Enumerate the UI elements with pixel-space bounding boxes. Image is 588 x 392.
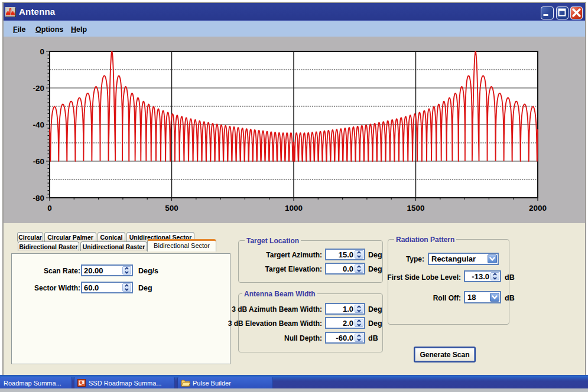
- svg-text:0: 0: [47, 204, 52, 213]
- svg-text:-20: -20: [33, 84, 44, 93]
- svg-text:-80: -80: [33, 194, 44, 202]
- svg-text:500: 500: [165, 204, 178, 213]
- svg-text:2000: 2000: [529, 204, 547, 213]
- svg-text:1000: 1000: [285, 204, 303, 213]
- svg-text:-40: -40: [33, 120, 44, 129]
- svg-text:1500: 1500: [407, 204, 424, 213]
- svg-text:0: 0: [40, 47, 44, 56]
- svg-text:-60: -60: [33, 157, 44, 166]
